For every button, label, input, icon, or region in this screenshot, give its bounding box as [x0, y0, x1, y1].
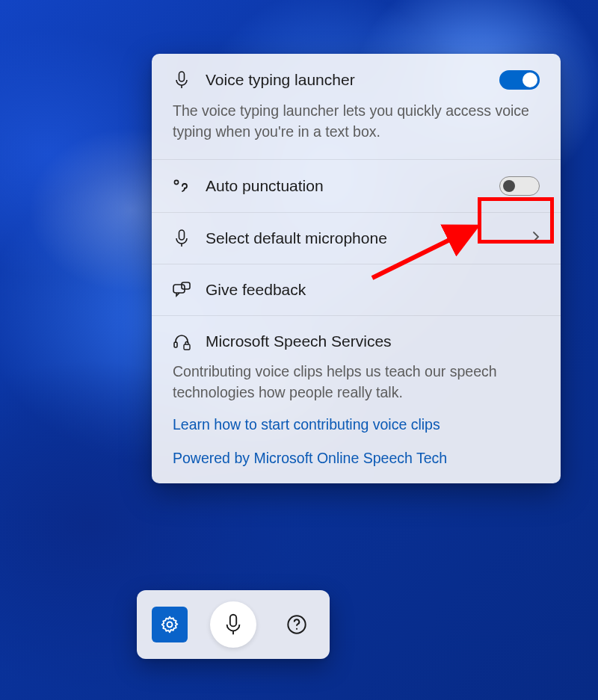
speech-services-title: Microsoft Speech Services — [206, 332, 540, 350]
give-feedback-row[interactable]: Give feedback — [152, 264, 561, 316]
svg-point-10 — [167, 622, 173, 628]
svg-rect-0 — [179, 72, 185, 81]
voice-typing-launcher-section: Voice typing launcher The voice typing l… — [152, 54, 561, 160]
svg-point-14 — [296, 628, 298, 630]
microphone-icon — [173, 71, 191, 89]
voice-typing-settings-panel: Voice typing launcher The voice typing l… — [152, 54, 561, 483]
svg-rect-7 — [174, 342, 177, 347]
auto-punctuation-section: Auto punctuation — [152, 160, 561, 213]
powered-by-link[interactable]: Powered by Microsoft Online Speech Tech — [173, 450, 540, 467]
microphone-button[interactable] — [210, 601, 256, 648]
svg-rect-11 — [230, 615, 236, 627]
microphone-icon — [173, 229, 191, 247]
svg-point-2 — [174, 180, 178, 184]
svg-rect-3 — [179, 230, 185, 240]
svg-rect-8 — [184, 344, 190, 350]
select-microphone-row[interactable]: Select default microphone — [152, 213, 561, 264]
voice-typing-launcher-description: The voice typing launcher lets you quick… — [173, 100, 540, 143]
settings-button[interactable] — [152, 607, 188, 642]
feedback-icon — [173, 282, 191, 298]
speech-services-description: Contributing voice clips helps us teach … — [173, 361, 540, 403]
headset-lock-icon — [173, 332, 191, 350]
voice-typing-launcher-title: Voice typing launcher — [206, 71, 484, 89]
chevron-right-icon — [532, 229, 540, 247]
give-feedback-title: Give feedback — [206, 281, 540, 299]
auto-punctuation-toggle[interactable] — [499, 176, 540, 196]
gear-icon — [160, 615, 179, 634]
voice-typing-launcher-toggle[interactable] — [499, 70, 540, 90]
auto-punctuation-title: Auto punctuation — [206, 177, 484, 195]
help-icon — [286, 614, 307, 635]
help-button[interactable] — [279, 607, 315, 642]
punctuation-icon — [173, 179, 191, 193]
select-microphone-title: Select default microphone — [206, 229, 517, 247]
microphone-icon — [224, 613, 242, 636]
learn-voice-clips-link[interactable]: Learn how to start contributing voice cl… — [173, 416, 540, 433]
speech-services-section: Microsoft Speech Services Contributing v… — [152, 316, 561, 484]
voice-typing-toolbar — [137, 590, 330, 659]
svg-rect-6 — [182, 282, 190, 289]
